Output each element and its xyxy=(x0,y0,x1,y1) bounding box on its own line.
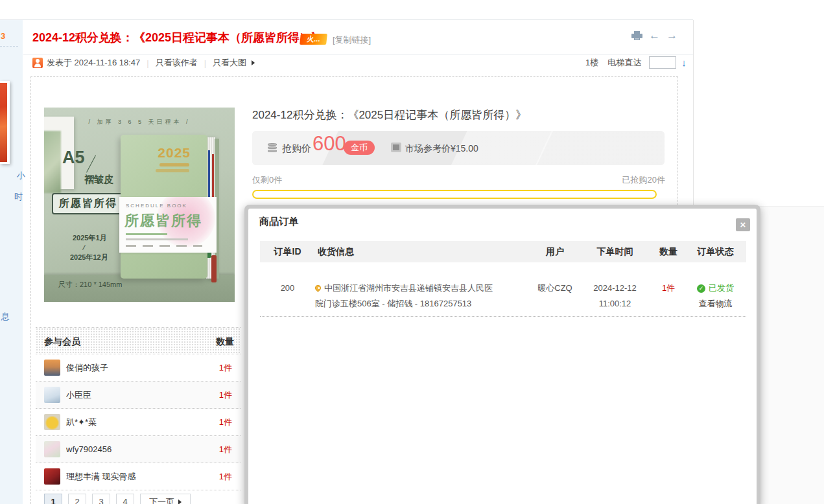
price-banner: 抢购价 600 金币 市场参考价¥15.00 xyxy=(252,131,665,165)
only-author-link[interactable]: 只看该作者 xyxy=(156,57,198,69)
notebook-subtitle-bar xyxy=(156,169,189,172)
member-qty: 1件 xyxy=(219,362,232,374)
order-row: 200 中国浙江省湖州市安吉县递铺镇安吉县人民医 院门诊五楼506室 - 储招钱… xyxy=(260,270,746,312)
page-button-2[interactable]: 2 xyxy=(68,494,86,504)
next-page-triangle-icon xyxy=(178,499,182,504)
member-avatar[interactable] xyxy=(44,387,60,403)
elevator-floor-input[interactable] xyxy=(649,56,676,69)
photo-date-slash: / xyxy=(82,244,86,251)
page: 3 小 时 息 2024-12积分兑换：《2025日程记事本（所愿皆所得）》 火… xyxy=(0,0,824,504)
photo-size-label: A5 xyxy=(62,148,85,168)
col-shipping-info: 收货信息 xyxy=(315,246,532,258)
label-text-bar xyxy=(126,238,188,240)
notebook-label-band: SCHEDULE BOOK 所愿皆所得 xyxy=(119,197,217,253)
meta-divider: | xyxy=(204,58,206,68)
product-image[interactable]: / 加厚 3 6 5 天日程本 / A5 褶皱皮 所愿皆所得 2025年1月 /… xyxy=(44,108,235,302)
stock-sold: 已抢购20件 xyxy=(600,174,665,186)
order-row-divider xyxy=(260,316,746,317)
elevator-label: 电梯直达 xyxy=(607,57,641,69)
photo-slash xyxy=(86,155,96,173)
elevator-go-icon[interactable]: ↓ xyxy=(681,57,687,68)
thread-title: 2024-12积分兑换：《2025日程记事本（所愿皆所得）》 xyxy=(32,30,323,45)
notebook: 2025 SCHEDULE BOOK 所愿皆所得 xyxy=(121,135,219,281)
floor-label: 1楼 xyxy=(585,57,598,69)
page-button-1[interactable]: 1 xyxy=(44,494,62,504)
col-quantity: 数量 xyxy=(652,246,685,258)
coins-icon xyxy=(268,143,278,153)
next-thread-arrow-icon[interactable]: → xyxy=(666,31,677,40)
page-button-3[interactable]: 3 xyxy=(92,494,110,504)
photo-top-caption: / 加厚 3 6 5 天日程本 / xyxy=(44,118,235,126)
member-qty: 1件 xyxy=(219,444,232,455)
member-row: 小臣臣 1件 xyxy=(36,382,241,409)
stock-progress-bar xyxy=(252,190,657,199)
prev-thread-arrow-icon[interactable]: ← xyxy=(649,31,660,40)
members-table-header: 参与会员 数量 xyxy=(36,327,241,354)
photo-date-end: 2025年12月 xyxy=(70,253,108,262)
hot-badge-icon: 火... xyxy=(300,34,327,45)
rush-price-value: 600 xyxy=(312,132,346,155)
member-name[interactable]: 趴*✦*菜 xyxy=(66,417,97,428)
member-name[interactable]: wfy7902456 xyxy=(66,444,112,454)
author-avatar-icon xyxy=(32,58,43,68)
modal-title: 商品订单 xyxy=(259,216,298,228)
photo-date-start: 2025年1月 xyxy=(73,233,107,243)
status-shipped: 已发货 xyxy=(709,281,734,296)
currency-badge: 金币 xyxy=(344,141,375,155)
sidebar-text-fragment: 息 xyxy=(1,311,10,323)
left-sidebar-fragment: 3 小 时 息 xyxy=(0,20,23,504)
members-table: 参与会员 数量 俊俏的孩子 1件 小臣臣 1件 趴*✦*菜 1件 wfy7902… xyxy=(36,327,241,490)
market-price-label: 市场参考价¥15.00 xyxy=(405,143,478,155)
member-name[interactable]: 俊俏的孩子 xyxy=(66,362,108,374)
photo-slogan-box: 所愿皆所得 xyxy=(52,193,124,214)
pagination: 1 2 3 4 下一页 xyxy=(44,494,191,504)
label-text-bars xyxy=(126,245,202,247)
only-images-link[interactable]: 只看大图 xyxy=(213,57,246,69)
member-row: 趴*✦*菜 1件 xyxy=(36,409,241,436)
stock-remaining: 仅剩0件 xyxy=(252,174,282,186)
col-order-time: 下单时间 xyxy=(578,246,652,258)
notebook-cover: 2025 SCHEDULE BOOK 所愿皆所得 xyxy=(121,135,207,279)
header-divider xyxy=(23,54,693,55)
member-avatar[interactable] xyxy=(44,360,60,376)
order-user: 暖心CZQ xyxy=(532,270,578,312)
label-english-title: SCHEDULE BOOK xyxy=(126,203,187,209)
member-row: wfy7902456 1件 xyxy=(36,436,241,463)
address-line-2: 院门诊五楼506室 - 储招钱 - 18167257513 xyxy=(315,296,532,312)
sidebar-number-fragment: 3 xyxy=(1,31,5,41)
bookmark-tab-red xyxy=(211,255,217,282)
expand-triangle-icon[interactable] xyxy=(252,60,255,65)
copy-link-button[interactable]: [复制链接] xyxy=(333,34,371,46)
member-qty: 1件 xyxy=(219,417,232,428)
member-row: 俊俏的孩子 1件 xyxy=(36,354,241,382)
meta-divider: | xyxy=(147,58,148,68)
page-button-4[interactable]: 4 xyxy=(116,494,134,504)
orders-modal-body: 商品订单 × 订单ID 收货信息 用户 下单时间 数量 订单状态 200 中国浙… xyxy=(248,209,757,504)
notebook-subtitle-bar xyxy=(159,163,189,166)
orders-modal: 商品订单 × 订单ID 收货信息 用户 下单时间 数量 订单状态 200 中国浙… xyxy=(244,205,760,504)
orders-table-header: 订单ID 收货信息 用户 下单时间 数量 订单状态 xyxy=(260,241,746,262)
member-avatar[interactable] xyxy=(44,414,60,430)
member-qty: 1件 xyxy=(219,389,232,401)
member-name[interactable]: 小臣臣 xyxy=(66,389,91,401)
members-col-header: 参与会员 xyxy=(44,328,80,355)
order-date: 2024-12-12 xyxy=(578,281,652,296)
sidebar-thumbnail-image xyxy=(0,81,10,164)
member-avatar[interactable] xyxy=(44,468,60,485)
member-avatar[interactable] xyxy=(44,441,60,457)
next-page-button[interactable]: 下一页 xyxy=(140,494,191,504)
track-logistics-link[interactable]: 查看物流 xyxy=(685,296,746,312)
close-icon[interactable]: × xyxy=(736,218,750,231)
label-chinese-title: 所愿皆所得 xyxy=(124,211,202,231)
order-time: 2024-12-12 11:00:12 xyxy=(578,270,652,312)
order-id: 200 xyxy=(260,270,315,312)
print-icon[interactable] xyxy=(631,31,642,40)
photo-material-label: 褶皱皮 xyxy=(84,174,113,186)
col-user: 用户 xyxy=(532,246,578,258)
order-qty: 1件 xyxy=(652,270,685,312)
member-qty: 1件 xyxy=(219,471,232,483)
member-name[interactable]: 理想丰满 现实骨感 xyxy=(66,471,136,483)
sidebar-dashed-divider xyxy=(0,46,18,47)
top-divider xyxy=(0,19,693,20)
quantity-col-header: 数量 xyxy=(216,328,234,355)
